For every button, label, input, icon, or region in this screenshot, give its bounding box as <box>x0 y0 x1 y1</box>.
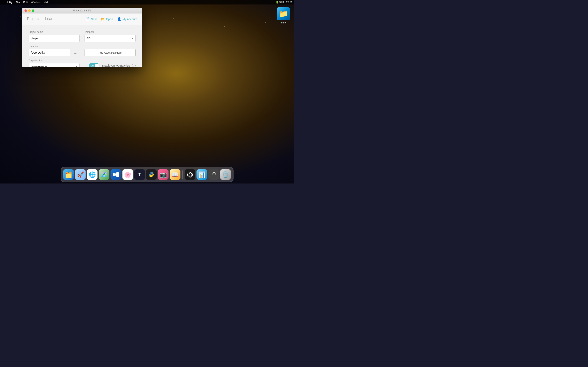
location-group: Location ... <box>29 45 80 56</box>
dock-item-trash[interactable]: 🗑️ <box>220 169 231 180</box>
window-titlebar: Unity 2018.4.6f1 <box>22 8 142 13</box>
menubar: Unity File Edit Window Help 🔋 31% 20:31 <box>0 0 294 4</box>
dock-item-typora[interactable]: T <box>134 169 145 180</box>
template-label: Template <box>85 31 136 33</box>
dock-item-image-capture[interactable]: 📷 <box>158 169 169 180</box>
organization-select[interactable]: Perusyaneko <box>29 63 80 67</box>
dock-separator <box>182 170 183 179</box>
dock-item-unity2[interactable] <box>208 169 219 180</box>
tab-learn[interactable]: Learn <box>45 17 54 21</box>
template-select[interactable]: 3D 2D High Definition RP Lightweight RP <box>85 35 136 42</box>
menubar-window[interactable]: Window <box>31 1 40 4</box>
analytics-help-button[interactable]: ? <box>132 64 136 67</box>
toggle-knob <box>95 64 99 67</box>
toggle-on-label: ON <box>90 65 94 67</box>
open-action[interactable]: 📂 Open <box>101 17 113 21</box>
organization-select-wrapper: Perusyaneko ▼ <box>29 63 80 67</box>
template-select-wrapper: 3D 2D High Definition RP Lightweight RP … <box>85 35 136 42</box>
new-label: New <box>91 17 96 21</box>
form-row-3: Organization Perusyaneko ▼ ON Enable Uni… <box>29 59 136 67</box>
template-group: Template 3D 2D High Definition RP Lightw… <box>85 31 136 42</box>
nav-bar: Projects Learn 📄 New 📂 Open 👤 My Account <box>22 13 142 25</box>
analytics-toggle[interactable]: ON <box>89 63 99 67</box>
add-asset-group: Add Asset Package <box>85 49 136 56</box>
dock-item-photos[interactable]: 🌸 <box>122 169 133 180</box>
python-folder-icon: 📁 <box>277 7 290 20</box>
new-icon: 📄 <box>86 17 90 21</box>
menubar-app-name[interactable]: Unity <box>6 1 12 4</box>
nav-actions: 📄 New 📂 Open 👤 My Account <box>86 17 137 21</box>
new-action[interactable]: 📄 New <box>86 17 96 21</box>
battery-status: 🔋 31% <box>276 1 284 4</box>
location-browse-button[interactable]: ... <box>72 49 80 56</box>
my-account-label: My Account <box>122 17 137 21</box>
menubar-file[interactable]: File <box>16 1 20 4</box>
menubar-help[interactable]: Help <box>44 1 49 4</box>
python-desktop-icon[interactable]: 📁 Python <box>277 7 290 24</box>
location-label: Location <box>29 45 80 48</box>
clock: 20:31 <box>286 1 292 4</box>
dock: 🗂️ 🚀 🌐 🗺️ 🌸 T 📷 📖 📊 🗑️ <box>61 167 233 182</box>
organization-label: Organization <box>29 59 80 62</box>
dock-item-python[interactable] <box>146 169 157 180</box>
dock-item-maps[interactable]: 🗺️ <box>99 169 109 180</box>
open-label: Open <box>106 17 113 21</box>
add-asset-button[interactable]: Add Asset Package <box>85 49 136 56</box>
nav-tabs: Projects Learn <box>27 17 54 21</box>
menubar-left: Unity File Edit Window Help <box>2 1 49 4</box>
my-account-action[interactable]: 👤 My Account <box>117 17 137 21</box>
content-area: Project name Template 3D 2D High Definit… <box>22 25 142 67</box>
close-button[interactable] <box>25 9 27 12</box>
project-name-label: Project name <box>29 31 80 33</box>
unity-window: Unity 2018.4.6f1 Projects Learn 📄 New 📂 … <box>22 8 142 67</box>
dock-item-chrome[interactable]: 🌐 <box>87 169 98 180</box>
dock-item-unity1[interactable] <box>185 169 195 180</box>
tab-projects[interactable]: Projects <box>27 17 40 21</box>
open-icon: 📂 <box>101 17 105 21</box>
form-row-2: Location ... Add Asset Package <box>29 45 136 56</box>
minimize-button[interactable] <box>28 9 31 12</box>
location-input[interactable] <box>29 49 70 56</box>
dock-item-keynote[interactable]: 📊 <box>197 169 207 180</box>
form-row-1: Project name Template 3D 2D High Definit… <box>29 31 136 42</box>
window-title: Unity 2018.4.6f1 <box>73 9 91 12</box>
project-name-group: Project name <box>29 31 80 42</box>
traffic-lights <box>25 9 34 12</box>
organization-group: Organization Perusyaneko ▼ <box>29 59 80 67</box>
dock-item-dictionary[interactable]: 📖 <box>170 169 181 180</box>
dock-item-launchpad[interactable]: 🚀 <box>75 169 86 180</box>
analytics-label: Enable Unity Analytics <box>102 64 130 67</box>
menubar-right: 🔋 31% 20:31 <box>276 1 292 4</box>
menubar-edit[interactable]: Edit <box>23 1 27 4</box>
account-icon: 👤 <box>117 17 121 21</box>
dock-item-vscode[interactable] <box>111 169 121 180</box>
maximize-button[interactable] <box>32 9 34 12</box>
analytics-group: ON Enable Unity Analytics ? <box>85 59 136 67</box>
project-name-input[interactable] <box>29 35 80 42</box>
python-icon-label: Python <box>279 21 287 24</box>
location-row: ... <box>29 49 80 56</box>
dock-item-finder[interactable]: 🗂️ <box>63 169 74 180</box>
